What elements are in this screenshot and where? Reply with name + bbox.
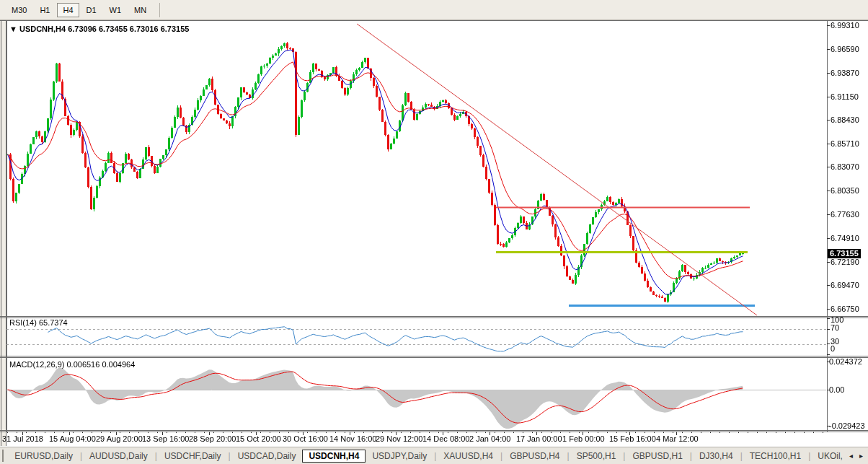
timeframe-button-m30[interactable]: M30 [6,3,32,17]
timeframe-buttons: M30H1H4D1W1MN [6,3,152,17]
date-axis-label: 30 Oct 16:00 [283,434,328,443]
rsi-axis-label: 70 [831,323,839,332]
tab-dj30-h4[interactable]: DJ30,H4 [693,450,740,463]
tab-gbpusd-h4[interactable]: GBPUSD,H4 [503,450,566,463]
tab-usdchf-daily[interactable]: USDCHF,Daily [158,450,228,463]
price-axis-label: 6.66750 [831,305,859,313]
tab-eurusd-daily[interactable]: EURUSD,Daily [8,450,79,463]
price-axis-label: 6.74910 [831,234,859,242]
tab-xauusd-h4[interactable]: XAUUSD,H4 [437,450,500,463]
price-axis-label: 6.72190 [831,258,859,266]
symbol-timeframe-label: USDCNH,H4 [19,25,68,33]
date-axis-label: 29 Nov 12:00 [376,434,422,443]
timeframe-button-h4[interactable]: H4 [57,3,79,17]
macd-axis-label: 0.024372 [829,357,862,366]
rsi-label: RSI(14) 65.7374 [9,318,68,327]
tab-sp500-h1[interactable]: SP500,H1 [570,450,623,463]
price-axis-label: 6.88430 [831,115,859,124]
date-axis-label: 14 Nov 16:00 [329,434,376,443]
tab-audusd-daily[interactable]: AUDUSD,Daily [83,450,154,463]
date-axis-label: 15 Oct 20:00 [236,434,281,443]
rsi-axis-label: 0 [831,344,835,353]
price-axis-label: 6.80350 [831,186,859,195]
timeframe-button-h1[interactable]: H1 [34,3,56,17]
scroll-right-icon[interactable]: ▸ [859,452,863,460]
price-axis-label: 6.91150 [831,92,859,101]
price-axis-label: 6.77630 [831,210,859,219]
chart-tabs: EURUSD,Daily|AUDUSD,Daily|USDCHF,Daily|U… [8,450,849,463]
date-axis-label: 28 Sep 20:00 [189,434,236,443]
toolbar-separator [159,3,160,17]
chart-canvas[interactable] [0,0,868,464]
tab-usdcnh-h4[interactable]: USDCNH,H4 [302,450,366,463]
price-axis-label: 6.93870 [831,69,859,77]
tab-ukoil-[interactable]: UKOil, [811,450,849,463]
price-axis-label: 6.85710 [831,139,859,148]
date-axis-label: 15 Aug 04:00 [49,434,96,443]
date-axis-label: 14 Dec 08:00 [422,434,469,443]
price-axis-label: 6.99310 [831,21,859,30]
date-axis-label: 15 Feb 16:00 [609,434,656,443]
tab-stub[interactable] [2,450,4,462]
date-axis-label: 29 Aug 20:00 [96,434,143,443]
timeframe-button-mn[interactable]: MN [128,3,152,17]
trading-platform-window: M30H1H4D1W1MN ▼ USDCNH,H4 6.73096 6.7345… [0,0,868,464]
tab-usdjpy-daily[interactable]: USDJPY,Daily [366,450,433,463]
date-axis-label: 17 Jan 00:00 [516,434,562,443]
ohlc-values: 6.73096 6.73455 6.73016 6.73155 [68,25,189,33]
date-axis-label: 1 Feb 00:00 [562,434,605,443]
date-axis-label: 13 Sep 16:00 [142,434,189,443]
chart-title: ▼ USDCNH,H4 6.73096 6.73455 6.73016 6.73… [9,25,189,33]
date-axis-label: 4 Mar 12:00 [656,434,699,443]
macd-axis-label: -0.029423 [829,421,865,430]
price-axis-label: 6.83070 [831,162,859,171]
macd-axis-label: 0.00 [829,385,844,394]
timeframe-button-w1[interactable]: W1 [104,3,128,17]
timeframe-button-d1[interactable]: D1 [81,3,102,17]
macd-label: MACD(12,26,9) 0.006516 0.004964 [9,360,135,369]
current-price-tag: 6.73155 [828,249,861,258]
timeframe-toolbar: M30H1H4D1W1MN [0,0,868,20]
tab-tech100-h1[interactable]: TECH100,H1 [743,450,807,463]
chart-tab-bar: EURUSD,Daily|AUDUSD,Daily|USDCHF,Daily|U… [0,447,868,464]
collapse-arrow-icon[interactable]: ▼ [9,25,19,33]
tab-gbpusd-h1[interactable]: GBPUSD,H1 [626,450,688,463]
price-axis-label: 6.96590 [831,45,859,53]
price-axis-label: 6.69470 [831,281,859,289]
date-axis-label: 2 Jan 04:00 [469,434,511,443]
scroll-left-icon[interactable]: ◂ [849,452,853,460]
tab-scroll-arrows: ◂ ▸ [849,452,868,460]
tab-usdcad-daily[interactable]: USDCAD,Daily [231,450,303,463]
date-axis-label: 31 Jul 2018 [2,434,43,443]
